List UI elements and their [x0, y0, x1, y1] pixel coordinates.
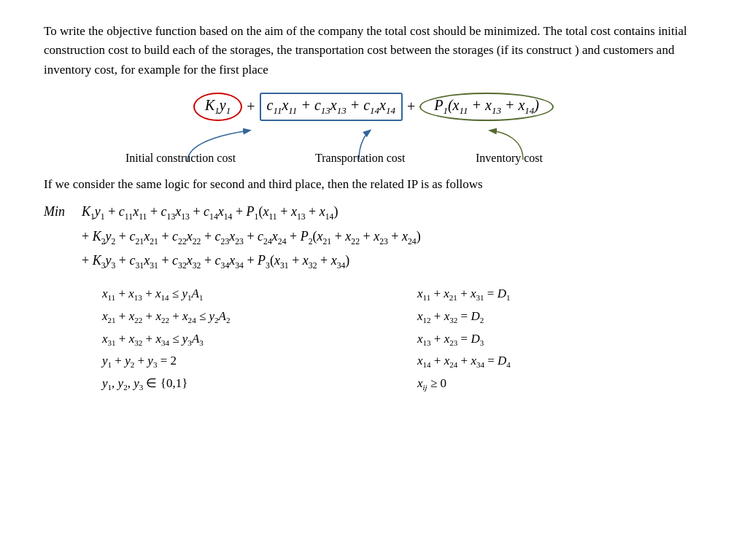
transport-expr: c11x11 + c13x13 + c14x14	[267, 97, 395, 117]
min-label: Min	[44, 201, 73, 222]
constraint-5: y1, y2, y3 ∈ {0,1}	[102, 373, 388, 395]
arrows-container: Initial construction cost Transportation…	[118, 125, 629, 165]
obj-expr-3: + K3y3 + c31x31 + c32x32 + c34x34 + P3(x…	[82, 250, 349, 273]
transportation-label: Transportation cost	[315, 152, 405, 165]
constraints-left: x11 + x13 + x14 ≤ y1A1 x21 + x22 + x22 +…	[44, 283, 388, 395]
initial-cost-term: K1y1	[193, 93, 242, 121]
obj-expr-1: K1y1 + c11x11 + c13x13 + c14x14 + P1(x11…	[82, 201, 338, 224]
obj-expr-2: + K2y2 + c21x21 + c22x22 + c23x23 + c24x…	[82, 226, 421, 249]
constraint-1: x11 + x13 + x14 ≤ y1A1	[102, 283, 388, 306]
constraints-section: x11 + x13 + x14 ≤ y1A1 x21 + x22 + x22 +…	[44, 283, 703, 395]
constraint-3: x31 + x32 + x34 ≤ y3A3	[102, 328, 388, 351]
constraint-r1: x11 + x21 + x31 = D1	[417, 283, 703, 306]
formula-area: K1y1 + c11x11 + c13x13 + c14x14 + P1(x11…	[44, 93, 703, 165]
inventory-label: Inventory cost	[476, 152, 543, 165]
constraint-r3: x13 + x23 = D3	[417, 328, 703, 351]
obj-line-3: + K3y3 + c31x31 + c32x32 + c34x34 + P3(x…	[44, 250, 703, 273]
obj-line-2: + K2y2 + c21x21 + c22x22 + c23x23 + c24x…	[44, 226, 703, 249]
transport-cost-term: c11x11 + c13x13 + c14x14	[260, 93, 403, 121]
initial-construction-label: Initial construction cost	[125, 152, 236, 165]
page: To write the objective function based on…	[0, 0, 747, 410]
inventory-cost-term: P1(x11 + x13 + x14)	[419, 93, 554, 121]
formula-display: K1y1 + c11x11 + c13x13 + c14x14 + P1(x11…	[193, 93, 554, 121]
plus1: +	[247, 98, 255, 115]
constraint-r2: x12 + x32 = D2	[417, 306, 703, 328]
plus2: +	[407, 98, 415, 115]
constraint-2: x21 + x22 + x22 + x24 ≤ y2A2	[102, 306, 388, 328]
constraint-r4: x14 + x24 + x34 = D4	[417, 350, 703, 373]
k1y1-term: K1y1	[205, 97, 231, 117]
objective-function: Min K1y1 + c11x11 + c13x13 + c14x14 + P1…	[44, 201, 703, 273]
follow-paragraph: If we consider the same logic for second…	[44, 175, 703, 194]
obj-line-1: Min K1y1 + c11x11 + c13x13 + c14x14 + P1…	[44, 201, 703, 224]
constraint-4: y1 + y2 + y3 = 2	[102, 350, 388, 373]
constraints-right: x11 + x21 + x31 = D1 x12 + x32 = D2 x13 …	[388, 283, 703, 395]
intro-paragraph: To write the objective function based on…	[44, 22, 703, 79]
inventory-expr: P1(x11 + x13 + x14)	[434, 97, 539, 117]
constraint-r5: xij ≥ 0	[417, 373, 703, 395]
